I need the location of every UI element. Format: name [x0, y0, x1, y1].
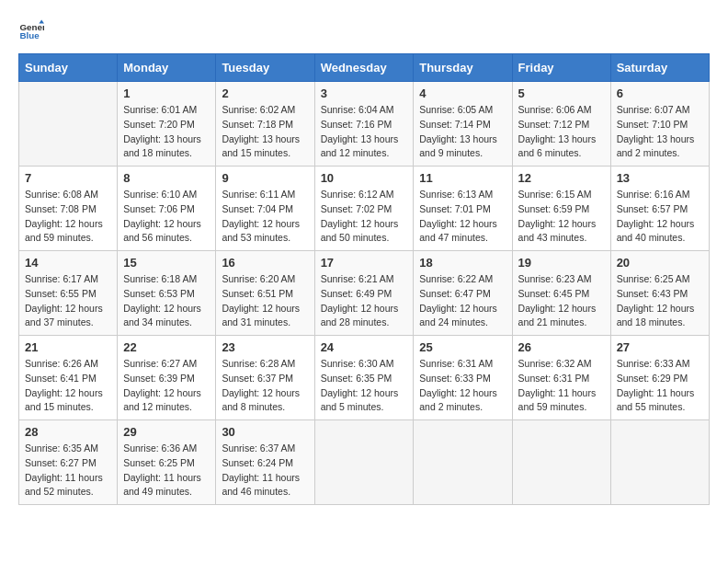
calendar-cell: 9Sunrise: 6:11 AM Sunset: 7:04 PM Daylig…: [216, 167, 314, 251]
day-number: 23: [222, 340, 308, 354]
day-info: Sunrise: 6:23 AM Sunset: 6:45 PM Dayligh…: [518, 272, 605, 330]
day-info: Sunrise: 6:20 AM Sunset: 6:51 PM Dayligh…: [222, 272, 308, 330]
day-info: Sunrise: 6:25 AM Sunset: 6:43 PM Dayligh…: [617, 272, 703, 330]
calendar-cell: 4Sunrise: 6:05 AM Sunset: 7:14 PM Daylig…: [414, 82, 512, 167]
calendar-cell: 21Sunrise: 6:26 AM Sunset: 6:41 PM Dayli…: [19, 336, 118, 420]
day-number: 28: [25, 425, 111, 439]
day-info: Sunrise: 6:30 AM Sunset: 6:35 PM Dayligh…: [321, 357, 408, 415]
calendar-cell: 16Sunrise: 6:20 AM Sunset: 6:51 PM Dayli…: [216, 251, 314, 336]
day-info: Sunrise: 6:21 AM Sunset: 6:49 PM Dayligh…: [321, 272, 408, 330]
calendar-cell: [610, 420, 709, 505]
calendar-table: SundayMondayTuesdayWednesdayThursdayFrid…: [18, 53, 710, 505]
day-info: Sunrise: 6:16 AM Sunset: 6:57 PM Dayligh…: [617, 188, 703, 246]
day-number: 3: [321, 86, 408, 100]
svg-text:Blue: Blue: [19, 30, 40, 40]
day-number: 1: [123, 86, 210, 100]
day-info: Sunrise: 6:15 AM Sunset: 6:59 PM Dayligh…: [518, 188, 605, 246]
calendar-cell: 3Sunrise: 6:04 AM Sunset: 7:16 PM Daylig…: [314, 82, 414, 167]
day-number: 8: [123, 171, 210, 185]
day-number: 14: [25, 256, 111, 270]
calendar-cell: 27Sunrise: 6:33 AM Sunset: 6:29 PM Dayli…: [610, 336, 709, 420]
day-info: Sunrise: 6:18 AM Sunset: 6:53 PM Dayligh…: [123, 272, 210, 330]
calendar-week-5: 28Sunrise: 6:35 AM Sunset: 6:27 PM Dayli…: [19, 420, 710, 505]
calendar-cell: 11Sunrise: 6:13 AM Sunset: 7:01 PM Dayli…: [414, 167, 512, 251]
calendar-cell: 15Sunrise: 6:18 AM Sunset: 6:53 PM Dayli…: [118, 251, 216, 336]
calendar-cell: 26Sunrise: 6:32 AM Sunset: 6:31 PM Dayli…: [512, 336, 610, 420]
day-info: Sunrise: 6:10 AM Sunset: 7:06 PM Dayligh…: [123, 188, 210, 246]
calendar-cell: 12Sunrise: 6:15 AM Sunset: 6:59 PM Dayli…: [512, 167, 610, 251]
day-info: Sunrise: 6:26 AM Sunset: 6:41 PM Dayligh…: [25, 357, 111, 415]
day-info: Sunrise: 6:37 AM Sunset: 6:24 PM Dayligh…: [222, 442, 308, 500]
day-info: Sunrise: 6:27 AM Sunset: 6:39 PM Dayligh…: [123, 357, 210, 415]
day-info: Sunrise: 6:08 AM Sunset: 7:08 PM Dayligh…: [25, 188, 111, 246]
calendar-cell: [512, 420, 610, 505]
header-monday: Monday: [118, 54, 216, 82]
day-info: Sunrise: 6:13 AM Sunset: 7:01 PM Dayligh…: [419, 188, 506, 246]
calendar-cell: 5Sunrise: 6:06 AM Sunset: 7:12 PM Daylig…: [512, 82, 610, 167]
day-info: Sunrise: 6:05 AM Sunset: 7:14 PM Dayligh…: [419, 103, 506, 161]
calendar-cell: 19Sunrise: 6:23 AM Sunset: 6:45 PM Dayli…: [512, 251, 610, 336]
calendar-cell: 13Sunrise: 6:16 AM Sunset: 6:57 PM Dayli…: [610, 167, 709, 251]
day-info: Sunrise: 6:07 AM Sunset: 7:10 PM Dayligh…: [617, 103, 703, 161]
day-info: Sunrise: 6:31 AM Sunset: 6:33 PM Dayligh…: [419, 357, 506, 415]
calendar-cell: 24Sunrise: 6:30 AM Sunset: 6:35 PM Dayli…: [314, 336, 414, 420]
day-number: 5: [518, 86, 605, 100]
day-number: 11: [419, 171, 506, 185]
day-number: 19: [518, 256, 605, 270]
day-number: 30: [222, 425, 308, 439]
day-number: 10: [321, 171, 408, 185]
day-info: Sunrise: 6:28 AM Sunset: 6:37 PM Dayligh…: [222, 357, 308, 415]
day-info: Sunrise: 6:35 AM Sunset: 6:27 PM Dayligh…: [25, 442, 111, 500]
day-info: Sunrise: 6:04 AM Sunset: 7:16 PM Dayligh…: [321, 103, 408, 161]
calendar-cell: 1Sunrise: 6:01 AM Sunset: 7:20 PM Daylig…: [118, 82, 216, 167]
calendar-week-2: 7Sunrise: 6:08 AM Sunset: 7:08 PM Daylig…: [19, 167, 710, 251]
day-info: Sunrise: 6:17 AM Sunset: 6:55 PM Dayligh…: [25, 272, 111, 330]
day-info: Sunrise: 6:01 AM Sunset: 7:20 PM Dayligh…: [123, 103, 210, 161]
day-number: 22: [123, 340, 210, 354]
day-number: 6: [617, 86, 703, 100]
calendar-cell: 25Sunrise: 6:31 AM Sunset: 6:33 PM Dayli…: [414, 336, 512, 420]
day-number: 13: [617, 171, 703, 185]
day-number: 15: [123, 256, 210, 270]
calendar-cell: 10Sunrise: 6:12 AM Sunset: 7:02 PM Dayli…: [314, 167, 414, 251]
day-info: Sunrise: 6:36 AM Sunset: 6:25 PM Dayligh…: [123, 442, 210, 500]
day-number: 29: [123, 425, 210, 439]
day-number: 27: [617, 340, 703, 354]
calendar-cell: 7Sunrise: 6:08 AM Sunset: 7:08 PM Daylig…: [19, 167, 118, 251]
day-number: 20: [617, 256, 703, 270]
day-number: 18: [419, 256, 506, 270]
day-number: 26: [518, 340, 605, 354]
logo-icon: General Blue: [18, 18, 44, 44]
calendar-cell: 17Sunrise: 6:21 AM Sunset: 6:49 PM Dayli…: [314, 251, 414, 336]
header-wednesday: Wednesday: [314, 54, 414, 82]
calendar-cell: 23Sunrise: 6:28 AM Sunset: 6:37 PM Dayli…: [216, 336, 314, 420]
header-thursday: Thursday: [414, 54, 512, 82]
day-number: 7: [25, 171, 111, 185]
day-info: Sunrise: 6:32 AM Sunset: 6:31 PM Dayligh…: [518, 357, 605, 415]
day-number: 16: [222, 256, 308, 270]
calendar-cell: 6Sunrise: 6:07 AM Sunset: 7:10 PM Daylig…: [610, 82, 709, 167]
day-number: 21: [25, 340, 111, 354]
calendar-cell: [314, 420, 414, 505]
day-number: 24: [321, 340, 408, 354]
day-number: 4: [419, 86, 506, 100]
calendar-cell: [414, 420, 512, 505]
calendar-week-1: 1Sunrise: 6:01 AM Sunset: 7:20 PM Daylig…: [19, 82, 710, 167]
day-number: 9: [222, 171, 308, 185]
day-info: Sunrise: 6:12 AM Sunset: 7:02 PM Dayligh…: [321, 188, 408, 246]
calendar-cell: 22Sunrise: 6:27 AM Sunset: 6:39 PM Dayli…: [118, 336, 216, 420]
day-number: 25: [419, 340, 506, 354]
calendar-cell: 20Sunrise: 6:25 AM Sunset: 6:43 PM Dayli…: [610, 251, 709, 336]
day-info: Sunrise: 6:33 AM Sunset: 6:29 PM Dayligh…: [617, 357, 703, 415]
header-tuesday: Tuesday: [216, 54, 314, 82]
calendar-cell: 30Sunrise: 6:37 AM Sunset: 6:24 PM Dayli…: [216, 420, 314, 505]
day-number: 2: [222, 86, 308, 100]
calendar-cell: 28Sunrise: 6:35 AM Sunset: 6:27 PM Dayli…: [19, 420, 118, 505]
calendar-cell: 14Sunrise: 6:17 AM Sunset: 6:55 PM Dayli…: [19, 251, 118, 336]
page-header: General Blue: [18, 18, 710, 44]
header-saturday: Saturday: [610, 54, 709, 82]
header-sunday: Sunday: [19, 54, 118, 82]
day-info: Sunrise: 6:22 AM Sunset: 6:47 PM Dayligh…: [419, 272, 506, 330]
calendar-cell: 18Sunrise: 6:22 AM Sunset: 6:47 PM Dayli…: [414, 251, 512, 336]
day-info: Sunrise: 6:11 AM Sunset: 7:04 PM Dayligh…: [222, 188, 308, 246]
